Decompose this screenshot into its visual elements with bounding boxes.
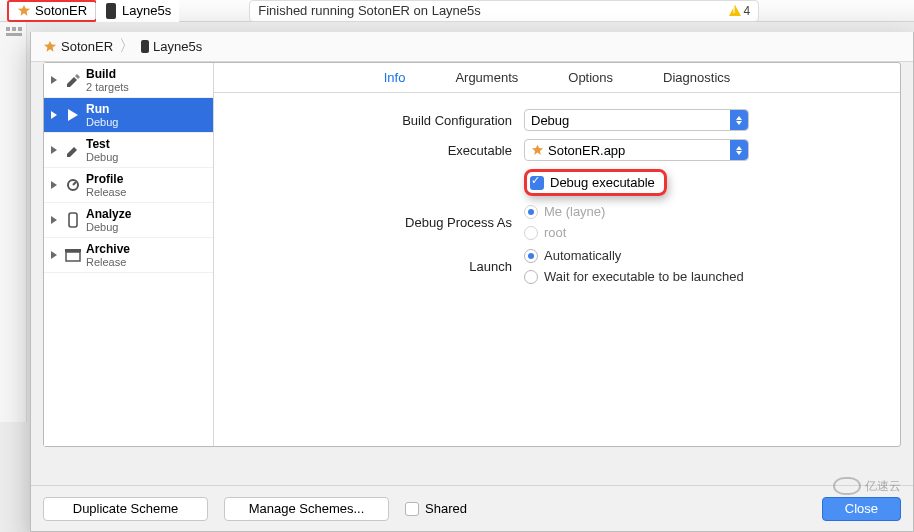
- breadcrumb-scheme-label: SotonER: [61, 39, 113, 54]
- breadcrumb: SotonER 〉 Layne5s: [31, 32, 913, 62]
- manage-schemes-button[interactable]: Manage Schemes...: [224, 497, 389, 521]
- action-analyze[interactable]: AnalyzeDebug: [44, 203, 213, 238]
- action-archive[interactable]: ArchiveRelease: [44, 238, 213, 273]
- duplicate-scheme-button[interactable]: Duplicate Scheme: [43, 497, 208, 521]
- warning-icon: [729, 5, 741, 16]
- action-sub: Debug: [86, 151, 118, 163]
- chevron-right-icon: 〉: [119, 36, 135, 57]
- svg-rect-1: [12, 27, 16, 31]
- svg-rect-3: [6, 33, 22, 36]
- radio-icon: [524, 249, 538, 263]
- executable-value: SotonER.app: [548, 143, 625, 158]
- test-icon: [64, 141, 82, 159]
- action-test[interactable]: TestDebug: [44, 133, 213, 168]
- info-form: Build Configuration Debug Executable Sot…: [214, 93, 900, 292]
- analyze-icon: [64, 211, 82, 229]
- app-icon: [17, 4, 31, 18]
- warning-count: 4: [744, 4, 751, 18]
- main-panel: Build2 targets RunDebug TestDebug Profil…: [43, 62, 901, 447]
- content-pane: Info Arguments Options Diagnostics Build…: [214, 63, 900, 446]
- action-build[interactable]: Build2 targets: [44, 63, 213, 98]
- radio-icon: [524, 270, 538, 284]
- disclosure-icon[interactable]: [51, 76, 57, 84]
- action-sub: Debug: [86, 116, 118, 128]
- activity-status: Finished running SotonER on Layne5s 4: [249, 0, 759, 22]
- executable-label: Executable: [234, 143, 524, 158]
- watermark: 亿速云: [833, 477, 901, 495]
- device-icon: [104, 4, 118, 18]
- build-icon: [64, 71, 82, 89]
- action-sub: Debug: [86, 221, 131, 233]
- build-config-label: Build Configuration: [234, 113, 524, 128]
- shared-checkbox[interactable]: [405, 502, 419, 516]
- scheme-segment[interactable]: SotonER: [7, 0, 97, 22]
- structure-icon[interactable]: [0, 22, 27, 46]
- disclosure-icon[interactable]: [51, 216, 57, 224]
- action-sub: Release: [86, 256, 130, 268]
- build-config-select[interactable]: Debug: [524, 109, 749, 131]
- radio-icon: [524, 226, 538, 240]
- action-run[interactable]: RunDebug: [44, 98, 213, 133]
- debug-executable-label: Debug executable: [550, 175, 655, 190]
- dropdown-icon: [730, 110, 748, 130]
- run-icon: [64, 106, 82, 124]
- svg-rect-5: [69, 213, 77, 227]
- breadcrumb-target-label: Layne5s: [153, 39, 202, 54]
- action-title: Run: [86, 102, 118, 116]
- disclosure-icon[interactable]: [51, 181, 57, 189]
- tab-options[interactable]: Options: [568, 70, 613, 85]
- shared-label: Shared: [425, 501, 467, 516]
- action-sub: 2 targets: [86, 81, 129, 93]
- launch-wait[interactable]: Wait for executable to be launched: [524, 269, 744, 284]
- svg-rect-7: [65, 249, 81, 252]
- tab-diagnostics[interactable]: Diagnostics: [663, 70, 730, 85]
- shared-checkbox-wrap[interactable]: Shared: [405, 501, 467, 516]
- action-list: Build2 targets RunDebug TestDebug Profil…: [44, 63, 214, 446]
- window-toolbar: SotonER Layne5s Finished running SotonER…: [0, 0, 914, 22]
- warning-badge[interactable]: 4: [729, 4, 751, 18]
- device-name: Layne5s: [122, 3, 171, 18]
- action-title: Test: [86, 137, 118, 151]
- action-title: Profile: [86, 172, 126, 186]
- dropdown-icon: [730, 140, 748, 160]
- disclosure-icon[interactable]: [51, 111, 57, 119]
- executable-select[interactable]: SotonER.app: [524, 139, 749, 161]
- status-text: Finished running SotonER on Layne5s: [258, 3, 728, 18]
- app-icon: [531, 144, 544, 157]
- tab-arguments[interactable]: Arguments: [455, 70, 518, 85]
- bottom-bar: Duplicate Scheme Manage Schemes... Share…: [31, 485, 913, 531]
- launch-label: Launch: [234, 259, 524, 274]
- svg-rect-2: [18, 27, 22, 31]
- tab-bar: Info Arguments Options Diagnostics: [214, 63, 900, 93]
- debug-process-root: root: [524, 225, 566, 240]
- radio-icon: [524, 205, 538, 219]
- device-segment[interactable]: Layne5s: [96, 0, 179, 22]
- svg-rect-0: [6, 27, 10, 31]
- scheme-selector[interactable]: SotonER Layne5s: [9, 0, 179, 22]
- tab-info[interactable]: Info: [384, 70, 406, 85]
- debug-executable-highlight: Debug executable: [524, 169, 667, 196]
- disclosure-icon[interactable]: [51, 146, 57, 154]
- editor-sidebar: [0, 22, 27, 422]
- profile-icon: [64, 176, 82, 194]
- svg-rect-6: [66, 252, 80, 261]
- action-title: Analyze: [86, 207, 131, 221]
- app-icon: [43, 40, 57, 54]
- debug-process-label: Debug Process As: [234, 215, 524, 230]
- debug-process-me: Me (layne): [524, 204, 605, 219]
- action-profile[interactable]: ProfileRelease: [44, 168, 213, 203]
- archive-icon: [64, 246, 82, 264]
- build-config-value: Debug: [531, 113, 569, 128]
- debug-executable-checkbox[interactable]: [530, 176, 544, 190]
- disclosure-icon[interactable]: [51, 251, 57, 259]
- action-title: Archive: [86, 242, 130, 256]
- close-button[interactable]: Close: [822, 497, 901, 521]
- breadcrumb-target[interactable]: Layne5s: [141, 39, 202, 54]
- action-sub: Release: [86, 186, 126, 198]
- launch-auto[interactable]: Automatically: [524, 248, 621, 263]
- action-title: Build: [86, 67, 129, 81]
- breadcrumb-scheme[interactable]: SotonER: [43, 39, 113, 54]
- scheme-editor-sheet: SotonER 〉 Layne5s Build2 targets RunDebu…: [30, 32, 914, 532]
- device-icon: [141, 40, 149, 53]
- scheme-name: SotonER: [35, 3, 87, 18]
